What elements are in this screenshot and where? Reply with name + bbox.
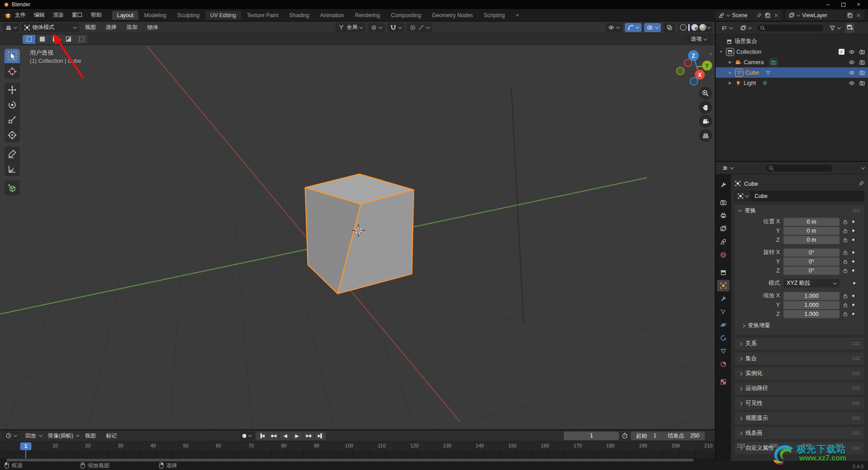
scrollbar-thumb[interactable]	[6, 459, 693, 461]
end-frame-field[interactable]: 结束点 250	[662, 432, 705, 440]
tool-cursor[interactable]	[5, 64, 20, 79]
axis-neg-y-ball[interactable]	[677, 67, 684, 75]
current-frame-field[interactable]: 1	[564, 432, 619, 440]
camera-render-icon[interactable]	[859, 49, 865, 55]
light-row[interactable]: ▶ Light	[716, 78, 868, 88]
tab-rendering[interactable]: Rendering	[350, 11, 385, 20]
animate-dot[interactable]	[852, 295, 854, 297]
lock-icon[interactable]	[842, 302, 849, 308]
tab-world[interactable]	[717, 249, 730, 261]
lock-icon[interactable]	[842, 293, 849, 299]
timeline-tracks[interactable]	[0, 451, 715, 458]
timeline-editor[interactable]: 回放 抠像(插帧) 视图 标记 ▐◀ ◆◀ ◀ ▶	[0, 429, 715, 461]
transform-panel-header[interactable]: 变换	[735, 205, 864, 216]
axis-neg-z-ball[interactable]	[690, 78, 698, 85]
xray-toggle[interactable]	[664, 23, 675, 32]
tool-move[interactable]	[5, 83, 20, 98]
animate-dot[interactable]	[852, 260, 854, 263]
tool-transform[interactable]	[5, 127, 20, 142]
tab-object[interactable]	[717, 280, 730, 291]
tool-scale[interactable]	[5, 113, 20, 127]
scale-x-field[interactable]: 1.000	[783, 292, 840, 300]
viewlayer-selector[interactable]: ViewLayer	[786, 11, 864, 20]
animate-dot[interactable]	[852, 251, 854, 254]
options-button[interactable]: 选项	[686, 35, 711, 44]
tab-texture-paint[interactable]: Texture Paint	[242, 11, 283, 20]
tool-rotate[interactable]	[5, 98, 20, 113]
shading-solid-button[interactable]	[688, 24, 690, 31]
viewport-canvas[interactable]: 用户透视 (1) Collection | Cube	[0, 46, 715, 429]
tab-physics[interactable]	[717, 319, 730, 331]
location-y-field[interactable]: 0 m	[783, 227, 840, 235]
next-keyframe-button[interactable]: ▶◆	[303, 432, 314, 440]
zoom-button[interactable]	[699, 87, 712, 100]
panel-grip[interactable]	[852, 357, 860, 361]
menu-help[interactable]: 帮助	[87, 10, 106, 20]
disclosure-triangle-icon[interactable]: ▶	[727, 60, 733, 64]
panel-grip[interactable]	[852, 371, 860, 376]
tab-modeling[interactable]: Modeling	[139, 11, 171, 20]
panel-grip[interactable]	[852, 431, 860, 435]
outliner-editor-type-dropdown[interactable]	[718, 24, 735, 33]
tab-output[interactable]	[717, 210, 730, 221]
display-mode-dropdown[interactable]	[737, 24, 754, 33]
pivot-point-dropdown[interactable]	[368, 23, 385, 32]
collection-checkbox[interactable]: ✓	[839, 49, 844, 55]
scene-selector[interactable]: Scene	[716, 11, 782, 20]
tab-shading[interactable]: Shading	[284, 11, 314, 20]
lock-icon[interactable]	[842, 219, 849, 225]
rotation-z-field[interactable]: 0°	[783, 267, 840, 275]
viewport-3d[interactable]: 物体模式 视图 选择 添加 物体 全局	[0, 22, 715, 429]
disclosure-triangle-icon[interactable]: ▼	[718, 50, 724, 54]
close-icon[interactable]	[855, 12, 862, 19]
properties-editor[interactable]: Cube Cube	[716, 162, 868, 461]
pin-icon[interactable]	[858, 180, 864, 187]
eye-icon[interactable]	[849, 59, 855, 66]
collection-row[interactable]: ▼ Collection ✓	[716, 47, 868, 57]
chevron-down-icon[interactable]	[861, 165, 865, 169]
camera-view-button[interactable]	[699, 115, 712, 128]
panel-line-art[interactable]: 线条画	[735, 427, 864, 439]
lock-icon[interactable]	[842, 311, 849, 317]
animate-dot[interactable]	[852, 230, 854, 232]
disclosure-triangle-icon[interactable]: ▶	[727, 81, 733, 85]
close-icon[interactable]	[773, 12, 779, 19]
tab-compositing[interactable]: Compositing	[386, 11, 426, 20]
panel-relations[interactable]: 关系	[735, 338, 864, 350]
tab-object-data[interactable]	[717, 345, 730, 357]
tool-measure[interactable]	[5, 161, 20, 176]
panel-grip[interactable]	[853, 209, 860, 213]
pan-hand-button[interactable]	[699, 101, 712, 114]
minimize-button[interactable]: –	[821, 0, 835, 9]
blender-menu-icon[interactable]	[4, 12, 11, 19]
animate-dot[interactable]	[852, 304, 854, 306]
select-box-mode-button[interactable]	[23, 35, 35, 44]
tab-geometry-nodes[interactable]: Geometry Nodes	[427, 11, 478, 20]
tab-add-workspace[interactable]: +	[511, 11, 524, 20]
tab-scripting[interactable]: Scripting	[479, 11, 510, 20]
menu-markers[interactable]: 标记	[102, 431, 121, 441]
animate-dot[interactable]	[852, 313, 854, 315]
jump-to-end-button[interactable]: ▶▌	[315, 432, 326, 440]
editor-type-dropdown[interactable]	[3, 23, 19, 32]
eye-icon[interactable]	[849, 49, 855, 55]
camera-row[interactable]: ▶ Camera	[716, 57, 868, 67]
animate-dot[interactable]	[852, 221, 854, 223]
lock-icon[interactable]	[842, 268, 849, 274]
proportional-editing-dropdown[interactable]	[407, 23, 432, 32]
visibility-dropdown[interactable]	[605, 23, 622, 32]
lock-icon[interactable]	[842, 258, 849, 265]
copy-viewlayer-icon[interactable]	[847, 12, 853, 19]
new-collection-button[interactable]	[845, 23, 854, 33]
menu-file[interactable]: 文件	[11, 10, 30, 20]
object-name-field[interactable]: Cube	[751, 191, 864, 201]
cube-row[interactable]: ▶ Cube	[716, 67, 868, 78]
filter-dropdown[interactable]	[826, 24, 843, 33]
tab-collection[interactable]	[717, 267, 730, 278]
animate-dot[interactable]	[852, 269, 854, 272]
tab-material[interactable]	[717, 358, 730, 370]
gizmos-toggle[interactable]	[625, 23, 642, 32]
location-x-field[interactable]: 0 m	[783, 218, 840, 226]
overlays-toggle[interactable]	[644, 23, 661, 32]
object-id-dropdown[interactable]	[735, 191, 751, 201]
